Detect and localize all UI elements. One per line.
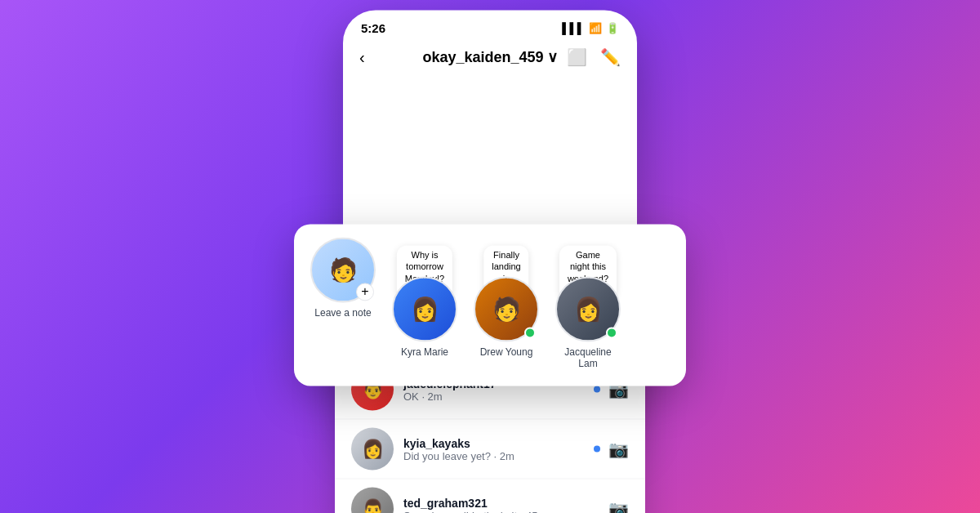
my-story-label: Leave a note [314, 307, 371, 319]
video-icon[interactable]: ⬜ [567, 47, 587, 67]
unread-indicator-1 [594, 386, 600, 393]
status-icons: ▌▌▌ 📶 🔋 [562, 22, 619, 34]
kyra-avatar-face: 👩 [394, 278, 456, 340]
story-item-jacqueline[interactable]: Game night this weekend? 🎲 👩 Jacqueline … [555, 276, 621, 369]
kyra-avatar: 👩 [392, 276, 457, 341]
signal-icon: ▌▌▌ [562, 22, 585, 34]
my-avatar-wrap: 🧑 + [310, 237, 376, 302]
story-item-me[interactable]: 🧑 + Leave a note [310, 237, 376, 319]
message-item[interactable]: 👨 ted_graham321 Sounds good! Let's do it… [335, 479, 645, 514]
msg-preview-3: Sounds good! Let's do it · 45m [403, 509, 599, 513]
kyra-label: Kyra Marie [401, 346, 448, 358]
msg-actions-3: 📷 [608, 499, 629, 514]
chevron-down-icon: ∨ [547, 48, 558, 66]
stories-card: 🧑 + Leave a note Why is tomorrow Monday!… [294, 224, 686, 386]
status-bar: 5:26 ▌▌▌ 📶 🔋 [343, 10, 637, 42]
msg-avatar-face-3: 👨 [351, 488, 394, 514]
msg-actions-2: 📷 [594, 439, 629, 459]
drew-avatar-wrap: 🧑 [474, 276, 539, 341]
camera-icon-3[interactable]: 📷 [608, 499, 629, 514]
header-actions: ⬜ ✏️ [567, 47, 621, 67]
add-story-badge[interactable]: + [356, 283, 374, 301]
edit-icon[interactable]: ✏️ [600, 47, 621, 67]
back-button[interactable]: ‹ [359, 48, 365, 67]
msg-avatar-2: 👩 [351, 428, 394, 471]
story-item-drew[interactable]: Finally landing in NYC! ❤️ 🧑 Drew Young [474, 276, 539, 358]
stories-row: 🧑 + Leave a note Why is tomorrow Monday!… [294, 237, 686, 369]
jacqueline-label: Jacqueline Lam [555, 346, 621, 369]
msg-avatar-face-2: 👩 [351, 428, 394, 471]
message-item[interactable]: 👩 kyia_kayaks Did you leave yet? · 2m 📷 [335, 419, 645, 479]
unread-indicator-2 [594, 446, 600, 453]
battery-icon: 🔋 [606, 22, 619, 34]
msg-username-3: ted_graham321 [403, 496, 599, 509]
msg-content-3: ted_graham321 Sounds good! Let's do it ·… [403, 496, 599, 513]
kyra-avatar-wrap: 👩 [392, 276, 457, 341]
msg-preview-2: Did you leave yet? · 2m [403, 449, 584, 462]
camera-icon-2[interactable]: 📷 [608, 439, 629, 459]
msg-username-2: kyia_kayaks [403, 436, 584, 449]
dm-header: ‹ okay_kaiden_459 ∨ ⬜ ✏️ [343, 42, 637, 73]
msg-avatar-3: 👨 [351, 488, 394, 514]
story-item-kyra[interactable]: Why is tomorrow Monday!? 😅 👩 Kyra Marie [392, 276, 457, 358]
username-area[interactable]: okay_kaiden_459 ∨ [422, 48, 557, 66]
dm-username: okay_kaiden_459 [422, 49, 543, 66]
msg-preview-1: OK · 2m [403, 390, 584, 402]
drew-label: Drew Young [480, 346, 533, 358]
wifi-icon: 📶 [589, 22, 602, 34]
time-display: 5:26 [361, 21, 385, 35]
drew-online-indicator [524, 327, 536, 338]
msg-content-2: kyia_kayaks Did you leave yet? · 2m [403, 436, 584, 462]
jacqueline-avatar-wrap: 👩 [555, 276, 621, 341]
jacqueline-online-indicator [606, 327, 617, 338]
